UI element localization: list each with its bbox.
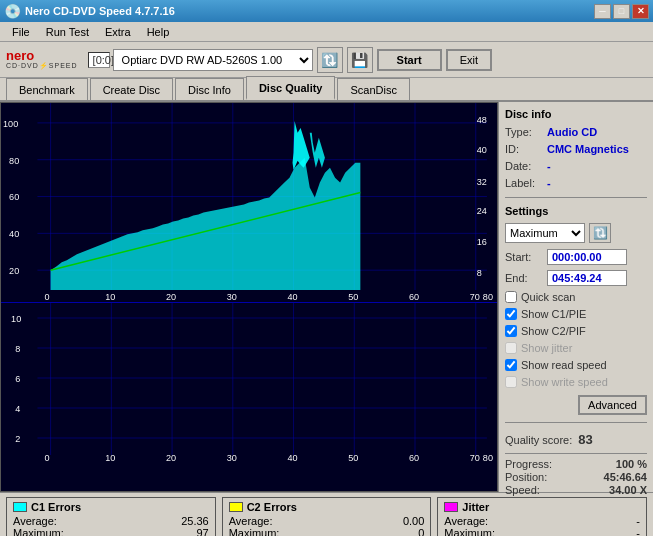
speed-label: Speed:: [505, 484, 540, 496]
svg-text:60: 60: [9, 193, 19, 203]
legend-area: C1 Errors Average: 25.36 Maximum: 97 Tot…: [0, 492, 653, 536]
date-label: Date:: [505, 160, 543, 172]
disc-label-value: -: [547, 177, 551, 189]
legend-jitter: Jitter Average: - Maximum: -: [437, 497, 647, 536]
show-c1pie-checkbox[interactable]: [505, 308, 517, 320]
show-jitter-checkbox[interactable]: [505, 342, 517, 354]
menu-run-test[interactable]: Run Test: [38, 24, 97, 40]
jitter-avg-label: Average:: [444, 515, 488, 527]
show-read-speed-checkbox[interactable]: [505, 359, 517, 371]
svg-text:8: 8: [477, 268, 482, 278]
svg-text:20: 20: [166, 453, 176, 463]
close-button[interactable]: ✕: [632, 4, 649, 19]
tab-scan-disc[interactable]: ScanDisc: [337, 78, 409, 100]
c2-title: C2 Errors: [247, 501, 297, 513]
svg-text:6: 6: [15, 374, 20, 384]
settings-title: Settings: [505, 205, 647, 217]
tab-disc-quality[interactable]: Disc Quality: [246, 76, 336, 100]
c2-avg-label: Average:: [229, 515, 273, 527]
svg-text:60: 60: [409, 292, 419, 302]
show-c1pie-label: Show C1/PIE: [521, 308, 586, 320]
show-c2pif-label: Show C2/PIF: [521, 325, 586, 337]
svg-text:50: 50: [348, 453, 358, 463]
svg-text:10: 10: [11, 314, 21, 324]
svg-text:2: 2: [15, 434, 20, 444]
svg-text:80: 80: [9, 156, 19, 166]
id-label: ID:: [505, 143, 543, 155]
tab-disc-info[interactable]: Disc Info: [175, 78, 244, 100]
settings-mode-dropdown[interactable]: Maximum: [505, 223, 585, 243]
svg-text:70: 70: [470, 453, 480, 463]
id-value: CMC Magnetics: [547, 143, 629, 155]
menu-help[interactable]: Help: [139, 24, 178, 40]
c2-avg-value: 0.00: [403, 515, 424, 527]
progress-label: Progress:: [505, 458, 552, 470]
svg-text:20: 20: [9, 266, 19, 276]
svg-text:60: 60: [409, 453, 419, 463]
maximize-button[interactable]: □: [613, 4, 630, 19]
save-icon-btn[interactable]: 💾: [347, 47, 373, 73]
speed-value: 34.00 X: [609, 484, 647, 496]
jitter-max-label: Maximum:: [444, 527, 495, 536]
c1-max-label: Maximum:: [13, 527, 64, 536]
progress-value: 100 %: [616, 458, 647, 470]
show-c2pif-checkbox[interactable]: [505, 325, 517, 337]
svg-text:0: 0: [45, 453, 50, 463]
position-value: 45:46.64: [604, 471, 647, 483]
svg-text:20: 20: [166, 292, 176, 302]
show-write-speed-label: Show write speed: [521, 376, 608, 388]
exit-button[interactable]: Exit: [446, 49, 492, 71]
menu-extra[interactable]: Extra: [97, 24, 139, 40]
tab-create-disc[interactable]: Create Disc: [90, 78, 173, 100]
refresh-icon-btn[interactable]: 🔃: [317, 47, 343, 73]
svg-text:48: 48: [477, 115, 487, 125]
legend-c2-errors: C2 Errors Average: 0.00 Maximum: 0 Total…: [222, 497, 432, 536]
tab-benchmark[interactable]: Benchmark: [6, 78, 88, 100]
svg-text:30: 30: [227, 292, 237, 302]
svg-text:40: 40: [477, 145, 487, 155]
c1-title: C1 Errors: [31, 501, 81, 513]
disc-label-label: Label:: [505, 177, 543, 189]
main-content: 100 80 60 40 20 48 40 32 24 16 8: [0, 102, 653, 492]
svg-text:4: 4: [15, 404, 20, 414]
drive-select: [0:0] Optiarc DVD RW AD-5260S 1.00: [88, 49, 313, 71]
svg-text:0: 0: [45, 292, 50, 302]
legend-c1-errors: C1 Errors Average: 25.36 Maximum: 97 Tot…: [6, 497, 216, 536]
lower-chart: 10 8 6 4 2 0 10 20 30 40 50 60 70 80: [1, 303, 497, 468]
start-button[interactable]: Start: [377, 49, 442, 71]
svg-text:10: 10: [105, 453, 115, 463]
c1-max-value: 97: [196, 527, 208, 536]
svg-rect-38: [1, 303, 497, 468]
c1-color-box: [13, 502, 27, 512]
svg-text:30: 30: [227, 453, 237, 463]
menu-file[interactable]: File: [4, 24, 38, 40]
svg-text:40: 40: [9, 229, 19, 239]
jitter-max-value: -: [636, 527, 640, 536]
show-read-speed-label: Show read speed: [521, 359, 607, 371]
settings-refresh-button[interactable]: 🔃: [589, 223, 611, 243]
advanced-button[interactable]: Advanced: [578, 395, 647, 415]
toolbar: nero CD·DVD⚡SPEED [0:0] Optiarc DVD RW A…: [0, 42, 653, 78]
position-label: Position:: [505, 471, 547, 483]
svg-text:8: 8: [15, 344, 20, 354]
type-label: Type:: [505, 126, 543, 138]
start-time-label: Start:: [505, 251, 543, 263]
quality-score-value: 83: [578, 432, 592, 447]
quick-scan-checkbox[interactable]: [505, 291, 517, 303]
minimize-button[interactable]: ─: [594, 4, 611, 19]
svg-text:80: 80: [483, 453, 493, 463]
quality-score-label: Quality score:: [505, 434, 572, 446]
disc-info-title: Disc info: [505, 108, 647, 120]
c1-avg-value: 25.36: [181, 515, 209, 527]
upper-chart: 100 80 60 40 20 48 40 32 24 16 8: [1, 103, 497, 303]
drive-dropdown[interactable]: Optiarc DVD RW AD-5260S 1.00: [113, 49, 313, 71]
svg-text:40: 40: [287, 292, 297, 302]
svg-text:40: 40: [287, 453, 297, 463]
start-time-field[interactable]: [547, 249, 627, 265]
quick-scan-label: Quick scan: [521, 291, 575, 303]
nero-logo: nero CD·DVD⚡SPEED: [6, 49, 78, 70]
svg-text:16: 16: [477, 237, 487, 247]
show-write-speed-checkbox[interactable]: [505, 376, 517, 388]
end-time-field[interactable]: [547, 270, 627, 286]
svg-text:24: 24: [477, 207, 487, 217]
